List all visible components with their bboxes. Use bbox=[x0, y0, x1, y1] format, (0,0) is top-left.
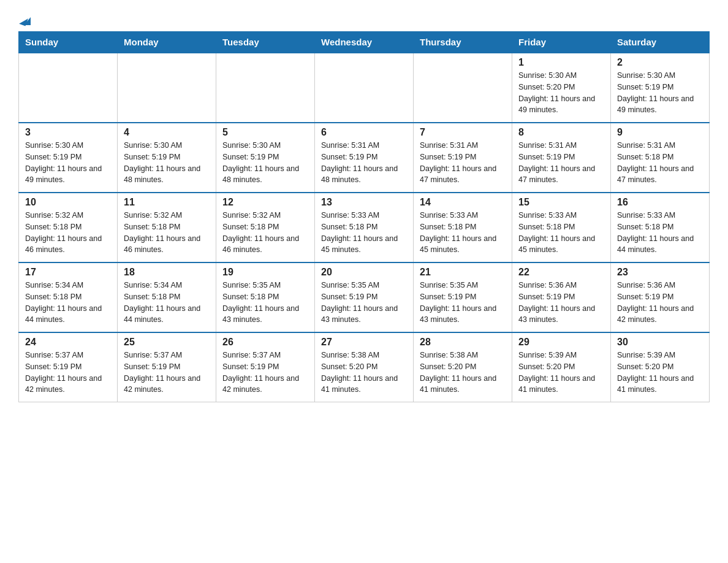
calendar-cell bbox=[216, 53, 315, 123]
day-info: Sunrise: 5:37 AMSunset: 5:19 PMDaylight:… bbox=[25, 350, 111, 396]
calendar-cell: 28Sunrise: 5:38 AMSunset: 5:20 PMDayligh… bbox=[414, 332, 512, 402]
calendar-cell: 1Sunrise: 5:30 AMSunset: 5:20 PMDaylight… bbox=[512, 53, 611, 123]
day-number: 27 bbox=[321, 337, 407, 348]
day-info: Sunrise: 5:31 AMSunset: 5:18 PMDaylight:… bbox=[617, 140, 703, 186]
calendar-cell: 10Sunrise: 5:32 AMSunset: 5:18 PMDayligh… bbox=[19, 193, 118, 262]
day-number: 11 bbox=[124, 197, 210, 208]
day-number: 7 bbox=[420, 127, 506, 138]
calendar-cell: 29Sunrise: 5:39 AMSunset: 5:20 PMDayligh… bbox=[512, 332, 611, 402]
day-info: Sunrise: 5:30 AMSunset: 5:19 PMDaylight:… bbox=[124, 140, 210, 186]
calendar-cell: 13Sunrise: 5:33 AMSunset: 5:18 PMDayligh… bbox=[315, 193, 414, 262]
day-number: 8 bbox=[518, 127, 604, 138]
calendar-cell: 12Sunrise: 5:32 AMSunset: 5:18 PMDayligh… bbox=[216, 193, 315, 262]
day-number: 6 bbox=[321, 127, 407, 138]
day-info: Sunrise: 5:32 AMSunset: 5:18 PMDaylight:… bbox=[124, 210, 210, 256]
col-header-sunday: Sunday bbox=[19, 32, 118, 53]
col-header-tuesday: Tuesday bbox=[216, 32, 315, 53]
calendar-cell: 21Sunrise: 5:35 AMSunset: 5:19 PMDayligh… bbox=[414, 262, 512, 332]
calendar-week-row: 3Sunrise: 5:30 AMSunset: 5:19 PMDaylight… bbox=[19, 123, 710, 193]
day-info: Sunrise: 5:30 AMSunset: 5:19 PMDaylight:… bbox=[617, 70, 703, 116]
calendar-week-row: 1Sunrise: 5:30 AMSunset: 5:20 PMDaylight… bbox=[19, 53, 710, 123]
calendar-table: SundayMondayTuesdayWednesdayThursdayFrid… bbox=[18, 31, 710, 402]
calendar-cell: 23Sunrise: 5:36 AMSunset: 5:19 PMDayligh… bbox=[611, 262, 710, 332]
day-info: Sunrise: 5:36 AMSunset: 5:19 PMDaylight:… bbox=[617, 280, 703, 326]
day-info: Sunrise: 5:30 AMSunset: 5:19 PMDaylight:… bbox=[25, 140, 111, 186]
day-info: Sunrise: 5:37 AMSunset: 5:19 PMDaylight:… bbox=[222, 350, 308, 396]
day-number: 26 bbox=[222, 337, 308, 348]
page-header bbox=[18, 12, 710, 25]
calendar-header-row: SundayMondayTuesdayWednesdayThursdayFrid… bbox=[19, 32, 710, 53]
calendar-cell: 7Sunrise: 5:31 AMSunset: 5:19 PMDaylight… bbox=[414, 123, 512, 193]
calendar-cell: 15Sunrise: 5:33 AMSunset: 5:18 PMDayligh… bbox=[512, 193, 611, 262]
calendar-cell bbox=[118, 53, 216, 123]
calendar-cell: 14Sunrise: 5:33 AMSunset: 5:18 PMDayligh… bbox=[414, 193, 512, 262]
day-number: 3 bbox=[25, 127, 111, 138]
day-number: 24 bbox=[25, 337, 111, 348]
day-info: Sunrise: 5:31 AMSunset: 5:19 PMDaylight:… bbox=[518, 140, 604, 186]
day-info: Sunrise: 5:34 AMSunset: 5:18 PMDaylight:… bbox=[124, 280, 210, 326]
day-number: 18 bbox=[124, 267, 210, 278]
calendar-cell: 17Sunrise: 5:34 AMSunset: 5:18 PMDayligh… bbox=[19, 262, 118, 332]
calendar-cell: 27Sunrise: 5:38 AMSunset: 5:20 PMDayligh… bbox=[315, 332, 414, 402]
calendar-week-row: 24Sunrise: 5:37 AMSunset: 5:19 PMDayligh… bbox=[19, 332, 710, 402]
logo bbox=[18, 17, 31, 25]
day-info: Sunrise: 5:33 AMSunset: 5:18 PMDaylight:… bbox=[617, 210, 703, 256]
calendar-week-row: 17Sunrise: 5:34 AMSunset: 5:18 PMDayligh… bbox=[19, 262, 710, 332]
day-info: Sunrise: 5:32 AMSunset: 5:18 PMDaylight:… bbox=[25, 210, 111, 256]
day-number: 15 bbox=[518, 197, 604, 208]
day-info: Sunrise: 5:30 AMSunset: 5:20 PMDaylight:… bbox=[518, 70, 604, 116]
day-number: 29 bbox=[518, 337, 604, 348]
calendar-cell: 26Sunrise: 5:37 AMSunset: 5:19 PMDayligh… bbox=[216, 332, 315, 402]
calendar-cell: 25Sunrise: 5:37 AMSunset: 5:19 PMDayligh… bbox=[118, 332, 216, 402]
calendar-cell bbox=[19, 53, 118, 123]
calendar-cell: 11Sunrise: 5:32 AMSunset: 5:18 PMDayligh… bbox=[118, 193, 216, 262]
calendar-cell: 30Sunrise: 5:39 AMSunset: 5:20 PMDayligh… bbox=[611, 332, 710, 402]
calendar-cell: 24Sunrise: 5:37 AMSunset: 5:19 PMDayligh… bbox=[19, 332, 118, 402]
day-info: Sunrise: 5:33 AMSunset: 5:18 PMDaylight:… bbox=[518, 210, 604, 256]
day-number: 20 bbox=[321, 267, 407, 278]
day-info: Sunrise: 5:33 AMSunset: 5:18 PMDaylight:… bbox=[420, 210, 506, 256]
col-header-wednesday: Wednesday bbox=[315, 32, 414, 53]
day-number: 10 bbox=[25, 197, 111, 208]
day-number: 28 bbox=[420, 337, 506, 348]
day-info: Sunrise: 5:31 AMSunset: 5:19 PMDaylight:… bbox=[420, 140, 506, 186]
calendar-cell: 20Sunrise: 5:35 AMSunset: 5:19 PMDayligh… bbox=[315, 262, 414, 332]
day-number: 22 bbox=[518, 267, 604, 278]
day-info: Sunrise: 5:30 AMSunset: 5:19 PMDaylight:… bbox=[222, 140, 308, 186]
day-info: Sunrise: 5:35 AMSunset: 5:19 PMDaylight:… bbox=[321, 280, 407, 326]
calendar-cell: 16Sunrise: 5:33 AMSunset: 5:18 PMDayligh… bbox=[611, 193, 710, 262]
day-number: 2 bbox=[617, 57, 703, 68]
calendar-cell: 9Sunrise: 5:31 AMSunset: 5:18 PMDaylight… bbox=[611, 123, 710, 193]
day-number: 19 bbox=[222, 267, 308, 278]
calendar-cell: 4Sunrise: 5:30 AMSunset: 5:19 PMDaylight… bbox=[118, 123, 216, 193]
calendar-cell: 3Sunrise: 5:30 AMSunset: 5:19 PMDaylight… bbox=[19, 123, 118, 193]
day-number: 12 bbox=[222, 197, 308, 208]
day-info: Sunrise: 5:36 AMSunset: 5:19 PMDaylight:… bbox=[518, 280, 604, 326]
day-info: Sunrise: 5:34 AMSunset: 5:18 PMDaylight:… bbox=[25, 280, 111, 326]
day-number: 30 bbox=[617, 337, 703, 348]
col-header-saturday: Saturday bbox=[611, 32, 710, 53]
day-info: Sunrise: 5:38 AMSunset: 5:20 PMDaylight:… bbox=[420, 350, 506, 396]
calendar-cell: 5Sunrise: 5:30 AMSunset: 5:19 PMDaylight… bbox=[216, 123, 315, 193]
calendar-cell: 22Sunrise: 5:36 AMSunset: 5:19 PMDayligh… bbox=[512, 262, 611, 332]
day-number: 1 bbox=[518, 57, 604, 68]
day-number: 13 bbox=[321, 197, 407, 208]
day-number: 5 bbox=[222, 127, 308, 138]
col-header-friday: Friday bbox=[512, 32, 611, 53]
calendar-cell: 18Sunrise: 5:34 AMSunset: 5:18 PMDayligh… bbox=[118, 262, 216, 332]
day-number: 14 bbox=[420, 197, 506, 208]
calendar-cell bbox=[315, 53, 414, 123]
calendar-cell: 8Sunrise: 5:31 AMSunset: 5:19 PMDaylight… bbox=[512, 123, 611, 193]
day-number: 16 bbox=[617, 197, 703, 208]
day-number: 23 bbox=[617, 267, 703, 278]
day-info: Sunrise: 5:32 AMSunset: 5:18 PMDaylight:… bbox=[222, 210, 308, 256]
calendar-week-row: 10Sunrise: 5:32 AMSunset: 5:18 PMDayligh… bbox=[19, 193, 710, 262]
day-number: 4 bbox=[124, 127, 210, 138]
day-info: Sunrise: 5:38 AMSunset: 5:20 PMDaylight:… bbox=[321, 350, 407, 396]
calendar-cell bbox=[414, 53, 512, 123]
day-info: Sunrise: 5:37 AMSunset: 5:19 PMDaylight:… bbox=[124, 350, 210, 396]
col-header-thursday: Thursday bbox=[414, 32, 512, 53]
calendar-cell: 6Sunrise: 5:31 AMSunset: 5:19 PMDaylight… bbox=[315, 123, 414, 193]
day-number: 9 bbox=[617, 127, 703, 138]
calendar-cell: 19Sunrise: 5:35 AMSunset: 5:18 PMDayligh… bbox=[216, 262, 315, 332]
